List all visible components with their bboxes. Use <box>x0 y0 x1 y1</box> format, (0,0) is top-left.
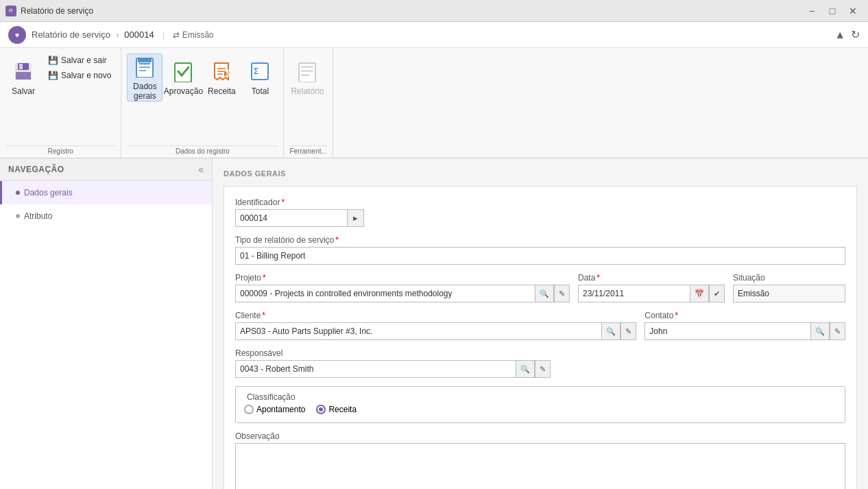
save-new-label: Salvar e novo <box>61 71 111 80</box>
projeto-search-button[interactable]: 🔍 <box>535 285 554 302</box>
sidebar-label-atributo: Atributo <box>24 211 52 221</box>
sidebar-dot-icon <box>16 191 20 195</box>
ferramentas-group-label: Ferrament... <box>289 145 326 155</box>
svg-rect-20 <box>301 74 309 76</box>
responsavel-edit-button[interactable]: ✎ <box>535 360 551 378</box>
observacao-label: Observação <box>235 431 845 441</box>
save-new-button[interactable]: 💾 Salvar e novo <box>44 69 115 82</box>
classificacao-options: Apontamento Receita <box>244 402 836 417</box>
responsavel-input[interactable] <box>235 360 516 378</box>
breadcrumb: ♥ Relatório de serviço › 000014 | ⇄ Emis… <box>0 22 868 48</box>
data-input[interactable] <box>578 285 690 302</box>
contato-edit-button[interactable]: ✎ <box>830 322 845 340</box>
responsavel-row: Responsável 🔍 ✎ <box>235 348 845 378</box>
observacao-field: Observação <box>235 431 845 489</box>
window-title: Relatório de serviço <box>21 6 93 16</box>
tipo-relatorio-row: Tipo de relatório de serviço * <box>235 235 845 265</box>
projeto-input[interactable] <box>235 285 535 302</box>
section-header: DADOS GERAIS <box>224 169 857 178</box>
relatorio-button[interactable]: Relatório <box>289 53 325 102</box>
sidebar-collapse-button[interactable]: « <box>198 164 204 175</box>
contato-input-group: 🔍 ✎ <box>644 322 845 340</box>
receita-icon: $ <box>209 59 234 84</box>
maximize-button[interactable]: □ <box>823 1 842 21</box>
aprovacao-button[interactable]: Aprovação <box>165 53 201 102</box>
radio-receita-label: Receita <box>328 405 357 414</box>
tipo-relatorio-label: Tipo de relatório de serviço * <box>235 235 845 245</box>
radio-apontamento-circle <box>244 405 254 414</box>
projeto-edit-button[interactable]: ✎ <box>554 285 570 302</box>
cliente-search-button[interactable]: 🔍 <box>602 322 620 340</box>
save-button[interactable]: Salvar <box>5 53 41 102</box>
tipo-relatorio-input[interactable] <box>235 247 845 265</box>
identificador-input[interactable] <box>235 209 348 227</box>
cliente-input[interactable] <box>235 322 602 340</box>
app-icon: R <box>5 5 16 16</box>
content-area: DADOS GERAIS Identificador * ► <box>213 158 868 489</box>
projeto-field: Projeto * 🔍 ✎ <box>235 273 570 302</box>
sidebar-item-dados-gerais[interactable]: Dados gerais <box>0 181 212 204</box>
ribbon-group-registro: Salvar 💾 Salvar e sair 💾 Salvar e novo R… <box>0 48 121 158</box>
aprovacao-icon <box>171 59 195 84</box>
tipo-relatorio-field: Tipo de relatório de serviço * <box>235 235 845 265</box>
close-button[interactable]: ✕ <box>843 1 863 21</box>
total-icon: Σ <box>248 59 272 84</box>
data-field: Data * 📅 ✔ <box>578 273 725 302</box>
radio-receita[interactable]: Receita <box>316 405 357 414</box>
responsavel-search-button[interactable]: 🔍 <box>516 360 535 378</box>
minimize-button[interactable]: − <box>802 1 821 21</box>
main-layout: NAVEGAÇÃO « Dados gerais Atributo DADOS … <box>0 158 868 489</box>
sidebar-item-atributo[interactable]: Atributo <box>0 204 212 228</box>
identificador-row: Identificador * ► <box>235 198 845 227</box>
data-input-group: 📅 ✔ <box>578 285 725 302</box>
save-exit-button[interactable]: 💾 Salvar e sair <box>44 53 115 67</box>
sidebar-label-dados-gerais: Dados gerais <box>24 188 73 198</box>
radio-receita-circle <box>316 405 326 414</box>
projeto-required: * <box>263 273 266 283</box>
dados-gerais-ribbon-button[interactable]: Dados gerais <box>127 53 162 102</box>
projeto-label: Projeto * <box>235 273 570 283</box>
data-check-button[interactable]: ✔ <box>709 285 725 302</box>
contato-input[interactable] <box>644 322 811 340</box>
identificador-arrow-button[interactable]: ► <box>348 209 364 227</box>
data-calendar-button[interactable]: 📅 <box>690 285 709 302</box>
situacao-label: Situação <box>733 273 845 283</box>
breadcrumb-up-button[interactable]: ▲ <box>834 28 845 41</box>
total-label: Total <box>252 86 269 96</box>
breadcrumb-actions: ▲ ↻ <box>834 28 860 41</box>
relatorio-icon <box>295 59 320 84</box>
cliente-edit-button[interactable]: ✎ <box>620 322 636 340</box>
save-label: Salvar <box>12 86 35 96</box>
responsavel-input-group: 🔍 ✎ <box>235 360 551 378</box>
cliente-required: * <box>262 311 265 320</box>
dados-gerais-ribbon-label: Dados gerais <box>128 82 162 101</box>
status-icon: ⇄ <box>173 30 180 40</box>
breadcrumb-divider: | <box>162 30 165 40</box>
tipo-relatorio-required: * <box>335 235 339 245</box>
radio-apontamento-label: Apontamento <box>256 405 305 414</box>
save-exit-icon: 💾 <box>48 56 58 65</box>
app-logo: ♥ <box>8 26 26 44</box>
cliente-label: Cliente * <box>235 311 636 320</box>
classificacao-legend: Classificação <box>244 392 298 402</box>
window-controls: − □ ✕ <box>802 1 863 21</box>
identificador-label: Identificador * <box>235 198 359 207</box>
ribbon-group-ferramentas: Relatório Ferrament... <box>284 48 333 158</box>
total-button[interactable]: Σ Total <box>242 53 278 102</box>
cliente-input-group: 🔍 ✎ <box>235 322 636 340</box>
radio-apontamento[interactable]: Apontamento <box>244 405 305 414</box>
contato-search-button[interactable]: 🔍 <box>811 322 830 340</box>
dados-group-label: Dados do registro <box>127 145 278 155</box>
projeto-data-row: Projeto * 🔍 ✎ Data * <box>235 273 845 302</box>
save-icon <box>11 59 36 84</box>
data-required: * <box>596 273 600 283</box>
svg-text:Σ: Σ <box>254 67 258 76</box>
svg-text:$: $ <box>226 69 230 78</box>
observacao-input[interactable] <box>235 443 845 489</box>
projeto-input-group: 🔍 ✎ <box>235 285 570 302</box>
classificacao-box: Classificação Apontamento Receita <box>235 386 845 423</box>
svg-rect-8 <box>138 59 152 62</box>
receita-button[interactable]: $ Receita <box>204 53 239 102</box>
dados-gerais-icon <box>132 54 157 79</box>
breadcrumb-refresh-button[interactable]: ↻ <box>851 28 860 41</box>
